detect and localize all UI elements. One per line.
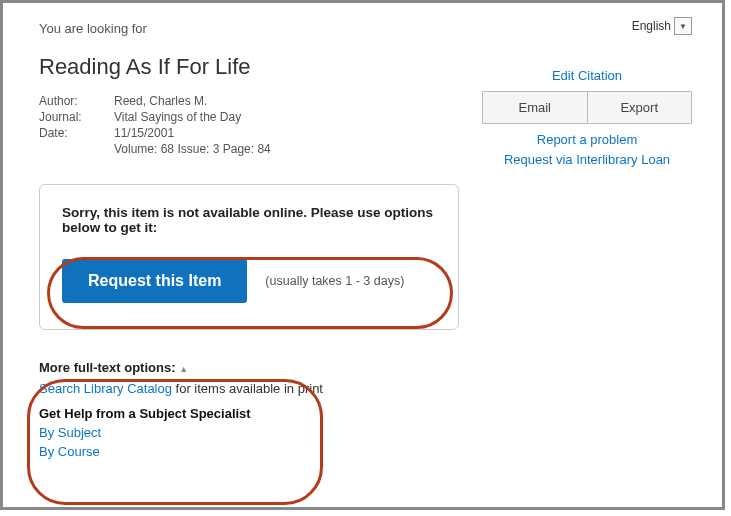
more-options-section: More full-text options: ▲ Search Library… — [39, 360, 686, 459]
interlibrary-loan-link[interactable]: Request via Interlibrary Loan — [482, 152, 692, 167]
search-catalog-suffix: for items available in print — [172, 381, 323, 396]
language-selector[interactable]: English ▼ — [632, 17, 692, 35]
chevron-down-icon: ▼ — [674, 17, 692, 35]
search-catalog-link[interactable]: Search Library Catalog — [39, 381, 172, 396]
get-help-header: Get Help from a Subject Specialist — [39, 406, 686, 421]
collapse-icon: ▲ — [179, 364, 188, 374]
by-course-link[interactable]: By Course — [39, 444, 100, 459]
more-options-header[interactable]: More full-text options: ▲ — [39, 360, 686, 375]
date-label: Date: — [39, 126, 114, 140]
language-label: English — [632, 19, 671, 33]
email-export-buttons: Email Export — [482, 91, 692, 124]
right-actions-panel: Edit Citation Email Export Report a prob… — [482, 63, 692, 172]
edit-citation-link[interactable]: Edit Citation — [482, 68, 692, 83]
availability-message: Sorry, this item is not available online… — [62, 205, 436, 235]
report-problem-link[interactable]: Report a problem — [482, 132, 692, 147]
export-button[interactable]: Export — [588, 92, 692, 123]
request-note: (usually takes 1 - 3 days) — [265, 274, 404, 288]
by-subject-link[interactable]: By Subject — [39, 425, 101, 440]
request-item-button[interactable]: Request this Item — [62, 259, 247, 303]
author-label: Author: — [39, 94, 114, 108]
journal-label: Journal: — [39, 110, 114, 124]
intro-text: You are looking for — [39, 21, 686, 36]
availability-card: Sorry, this item is not available online… — [39, 184, 459, 330]
email-button[interactable]: Email — [483, 92, 588, 123]
